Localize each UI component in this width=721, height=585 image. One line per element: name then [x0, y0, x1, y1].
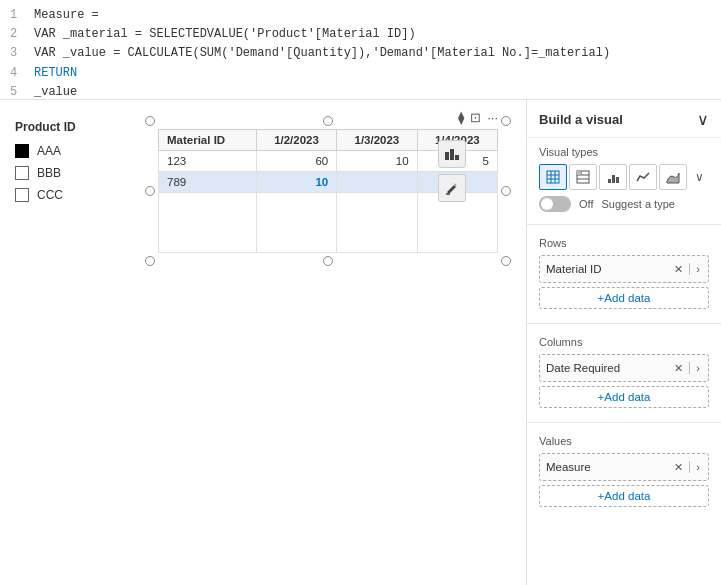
columns-add-data-button[interactable]: +Add data	[539, 386, 709, 408]
visual-type-line[interactable]	[629, 164, 657, 190]
toggle-off-label: Off	[579, 198, 593, 210]
code-line-3: 3 VAR _value = CALCULATE(SUM('Demand'[Qu…	[10, 44, 711, 63]
visual-type-area[interactable]	[659, 164, 687, 190]
field-divider	[689, 263, 690, 275]
rows-section: Rows Material ID ✕ › +Add data	[527, 229, 721, 319]
cell-row2-col3	[337, 172, 417, 193]
columns-field-actions: ✕ ›	[672, 361, 702, 376]
handle-bottom-left[interactable]	[145, 256, 155, 266]
rows-label: Rows	[539, 237, 709, 249]
chart-type-icon[interactable]	[438, 140, 466, 168]
svg-rect-14	[608, 179, 611, 183]
legend-swatch-ccc	[15, 188, 29, 202]
col-header-date1: 1/2/2023	[256, 130, 336, 151]
field-divider	[689, 362, 690, 374]
suggest-type-label: Suggest a type	[601, 198, 674, 210]
cell-row2-col2: 10	[256, 172, 336, 193]
columns-section: Columns Date Required ✕ › +Add data	[527, 328, 721, 418]
format-icon[interactable]	[438, 174, 466, 202]
visual-types-section: Visual types	[527, 138, 721, 220]
cell-row1-col2: 60	[256, 151, 336, 172]
legend-item-ccc: CCC	[15, 188, 115, 202]
cell-row1-col3: 10	[337, 151, 417, 172]
svg-rect-0	[445, 152, 449, 160]
center-panel: ⧫ ⊡ ··· Material ID 1/2/2023	[130, 100, 526, 585]
expand-icon[interactable]: ⊡	[470, 110, 481, 125]
values-label: Values	[539, 435, 709, 447]
code-line-4: 4 RETURN	[10, 64, 711, 83]
build-visual-panel: Build a visual ∨ Visual types	[526, 100, 721, 585]
code-line-2: 2 VAR _material = SELECTEDVALUE('Product…	[10, 25, 711, 44]
more-options-icon[interactable]: ···	[487, 110, 498, 125]
columns-field-more-button[interactable]: ›	[694, 361, 702, 375]
legend-label-ccc: CCC	[37, 188, 63, 202]
visual-types-label: Visual types	[539, 146, 709, 158]
divider	[527, 323, 721, 324]
svg-rect-15	[612, 175, 615, 183]
divider	[527, 224, 721, 225]
col-header-material-id: Material ID	[159, 130, 257, 151]
handle-mid-left[interactable]	[145, 186, 155, 196]
svg-rect-2	[455, 155, 459, 160]
cell-row1-col1: 123	[159, 151, 257, 172]
legend-label-bbb: BBB	[37, 166, 61, 180]
cell-row2-col1: 789	[159, 172, 257, 193]
svg-rect-4	[547, 171, 559, 183]
code-line-1: 1 Measure =	[10, 6, 711, 25]
divider	[527, 422, 721, 423]
rows-field-well: Material ID ✕ ›	[539, 255, 709, 283]
rows-field-name: Material ID	[546, 263, 672, 275]
visual-side-icons	[438, 140, 466, 202]
field-divider	[689, 461, 690, 473]
visual-type-bar[interactable]	[599, 164, 627, 190]
panel-title: Build a visual	[539, 112, 623, 127]
values-field-more-button[interactable]: ›	[694, 460, 702, 474]
filter-icon[interactable]: ⧫	[458, 110, 464, 125]
legend-panel: Product ID AAA BBB CCC	[0, 100, 130, 585]
legend-item-bbb: BBB	[15, 166, 115, 180]
rows-field-actions: ✕ ›	[672, 262, 702, 277]
rows-field-more-button[interactable]: ›	[694, 262, 702, 276]
rows-add-data-button[interactable]: +Add data	[539, 287, 709, 309]
handle-bottom-right[interactable]	[501, 256, 511, 266]
values-field-well: Measure ✕ ›	[539, 453, 709, 481]
suggest-type-row: Off Suggest a type	[539, 196, 709, 212]
columns-field-remove-button[interactable]: ✕	[672, 361, 685, 376]
main-area: Product ID AAA BBB CCC ⧫ ⊡ ···	[0, 100, 721, 585]
handle-top-right[interactable]	[501, 116, 511, 126]
svg-rect-13	[577, 171, 581, 175]
suggest-toggle[interactable]	[539, 196, 571, 212]
values-field-name: Measure	[546, 461, 672, 473]
visual-toolbar: ⧫ ⊡ ···	[158, 110, 498, 125]
legend-swatch-aaa	[15, 144, 29, 158]
svg-rect-16	[616, 177, 619, 183]
values-section: Values Measure ✕ › +Add data	[527, 427, 721, 517]
code-editor: 1 Measure = 2 VAR _material = SELECTEDVA…	[0, 0, 721, 100]
visual-types-row: ∨	[539, 164, 709, 190]
values-field-actions: ✕ ›	[672, 460, 702, 475]
legend-item-aaa: AAA	[15, 144, 115, 158]
visual-type-more-button[interactable]: ∨	[689, 164, 709, 190]
columns-label: Columns	[539, 336, 709, 348]
svg-rect-1	[450, 149, 454, 160]
panel-header: Build a visual ∨	[527, 100, 721, 138]
handle-bottom-mid[interactable]	[323, 256, 333, 266]
legend-label-aaa: AAA	[37, 144, 61, 158]
visual-type-table[interactable]	[539, 164, 567, 190]
values-field-remove-button[interactable]: ✕	[672, 460, 685, 475]
values-add-data-button[interactable]: +Add data	[539, 485, 709, 507]
toggle-knob	[541, 198, 553, 210]
visual-type-matrix[interactable]	[569, 164, 597, 190]
panel-collapse-button[interactable]: ∨	[697, 110, 709, 129]
legend-title: Product ID	[15, 120, 115, 134]
col-header-date2: 1/3/2023	[337, 130, 417, 151]
columns-field-name: Date Required	[546, 362, 672, 374]
rows-field-remove-button[interactable]: ✕	[672, 262, 685, 277]
legend-swatch-bbb	[15, 166, 29, 180]
columns-field-well: Date Required ✕ ›	[539, 354, 709, 382]
handle-top-left[interactable]	[145, 116, 155, 126]
handle-mid-right[interactable]	[501, 186, 511, 196]
